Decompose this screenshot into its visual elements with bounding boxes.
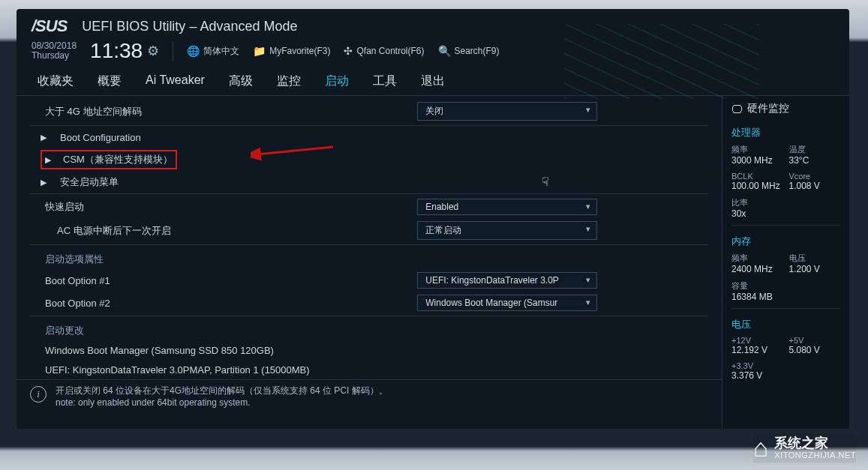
brand-logo: /SUS xyxy=(32,16,67,36)
mem-freq-value: 2400 MHz xyxy=(731,264,783,274)
setting-boot-option-1[interactable]: Boot Option #1 UEFI: KingstonDataTravele… xyxy=(17,269,722,292)
tab-monitor[interactable]: 监控 xyxy=(277,73,301,89)
cpu-freq-label: 频率 xyxy=(731,144,783,155)
info-line-2: note: only enabled under 64bit operating… xyxy=(56,397,388,408)
globe-icon: 🌐 xyxy=(187,45,200,57)
hw-section-memory: 内存 xyxy=(731,235,840,250)
section-boot-change: 启动更改 xyxy=(17,318,722,340)
nav-boot-configuration[interactable]: ▶ Boot Configuration xyxy=(17,127,722,147)
separator xyxy=(173,41,173,61)
nav-csm[interactable]: ▶ CSM（兼容性支持模块） xyxy=(17,147,722,172)
v5-label: +5V xyxy=(789,336,841,345)
divider xyxy=(30,193,708,194)
folder-icon: 📁 xyxy=(253,45,266,57)
v33-label: +3.3V xyxy=(731,361,840,370)
divider xyxy=(30,125,708,126)
mem-volt-label: 电压 xyxy=(789,253,841,264)
date-block: 08/30/2018 Thursday xyxy=(32,41,77,61)
tab-main[interactable]: 概要 xyxy=(98,73,122,89)
cpu-temp-label: 温度 xyxy=(789,144,841,155)
info-line-1: 开启或关闭 64 位设备在大于4G地址空间的解码（仅当系统支持 64 位 PCI… xyxy=(56,385,388,397)
language-label: 简体中文 xyxy=(203,45,239,58)
main-area: 大于 4G 地址空间解码 关闭 ▶ Boot Configuration ▶ C… xyxy=(17,96,849,429)
language-button[interactable]: 🌐 简体中文 xyxy=(187,45,239,58)
cpu-temp-value: 33°C xyxy=(789,155,841,166)
header-day: Thursday xyxy=(32,51,77,61)
hw-monitor-title: 🖵 硬件监控 xyxy=(731,102,840,115)
setting-fastboot[interactable]: 快速启动 Enabled xyxy=(17,196,722,218)
vcore-value: 1.008 V xyxy=(789,181,841,191)
section-boot-option-properties: 启动选项属性 xyxy=(17,247,722,269)
csm-highlight: ▶ CSM（兼容性支持模块） xyxy=(41,150,177,169)
tab-exit[interactable]: 退出 xyxy=(421,73,445,89)
search-button[interactable]: 🔍 Search(F9) xyxy=(438,45,500,57)
mem-freq-label: 频率 xyxy=(731,253,783,264)
tab-advanced[interactable]: 高级 xyxy=(229,73,253,89)
bios-window: /SUS UEFI BIOS Utility – Advanced Mode 0… xyxy=(17,9,849,429)
v12-label: +12V xyxy=(731,336,783,345)
v5-value: 5.080 V xyxy=(789,345,841,355)
watermark-cn: 系统之家 xyxy=(774,436,856,451)
settings-pane: 大于 4G 地址空间解码 关闭 ▶ Boot Configuration ▶ C… xyxy=(17,96,722,429)
fan-icon: ✣ xyxy=(344,45,353,57)
hw-divider xyxy=(731,308,840,309)
chevron-right-icon: ▶ xyxy=(41,178,47,187)
bclk-value: 100.00 MHz xyxy=(731,181,783,191)
bc2-label: UEFI: KingstonDataTraveler 3.0PMAP, Part… xyxy=(30,364,708,376)
tab-favorites[interactable]: 收藏夹 xyxy=(38,73,74,89)
cpu-freq-value: 3000 MHz xyxy=(731,155,783,166)
bclk-label: BCLK xyxy=(731,172,783,181)
tab-tool[interactable]: 工具 xyxy=(373,73,397,89)
qfan-button[interactable]: ✣ Qfan Control(F6) xyxy=(344,45,424,57)
boot1-label: Boot Option #1 xyxy=(30,275,410,286)
nav-secure-boot[interactable]: ▶ 安全启动菜单 xyxy=(17,172,722,192)
fastboot-dropdown[interactable]: Enabled xyxy=(417,199,597,215)
watermark: ⌂ 系统之家 XITONGZHIJIA.NET xyxy=(753,433,856,463)
vcore-label: Vcore xyxy=(789,172,841,181)
mem-cap-label: 容量 xyxy=(731,280,840,292)
utility-title: UEFI BIOS Utility – Advanced Mode xyxy=(82,19,297,34)
bc1-label: Windows Boot Manager (Samsung SSD 850 12… xyxy=(30,345,708,356)
tab-boot[interactable]: 启动 xyxy=(325,73,349,89)
chevron-right-icon: ▶ xyxy=(41,133,47,142)
clock: 11:38 ⚙ xyxy=(90,39,159,63)
header: /SUS UEFI BIOS Utility – Advanced Mode 0… xyxy=(17,9,849,67)
search-label: Search(F9) xyxy=(455,46,500,56)
hw-divider xyxy=(731,225,840,226)
secure-label: 安全启动菜单 xyxy=(60,175,119,189)
tab-aitweaker[interactable]: Ai Tweaker xyxy=(146,73,205,89)
chevron-right-icon: ▶ xyxy=(45,155,51,165)
boot-change-entry-1[interactable]: Windows Boot Manager (Samsung SSD 850 12… xyxy=(17,340,722,360)
gear-icon[interactable]: ⚙ xyxy=(147,43,159,59)
above4g-dropdown[interactable]: 关闭 xyxy=(417,102,597,121)
above4g-label: 大于 4G 地址空间解码 xyxy=(30,105,410,118)
setting-above4g[interactable]: 大于 4G 地址空间解码 关闭 xyxy=(17,99,722,124)
myfavorite-label: MyFavorite(F3) xyxy=(269,46,330,56)
boot2-label: Boot Option #2 xyxy=(30,298,410,309)
boot-change-entry-2[interactable]: UEFI: KingstonDataTraveler 3.0PMAP, Part… xyxy=(17,360,722,379)
hw-title-label: 硬件监控 xyxy=(747,102,789,115)
myfavorite-button[interactable]: 📁 MyFavorite(F3) xyxy=(253,45,330,57)
v33-value: 3.376 V xyxy=(731,370,840,381)
ratio-value: 30x xyxy=(731,208,840,219)
boot2-dropdown[interactable]: Windows Boot Manager (Samsur xyxy=(417,295,597,311)
divider xyxy=(30,244,708,245)
csm-label: CSM（兼容性支持模块） xyxy=(63,153,173,166)
acrecover-label: AC 电源中断后下一次开启 xyxy=(30,224,410,238)
acrecover-dropdown[interactable]: 正常启动 xyxy=(417,221,597,240)
watermark-url: XITONGZHIJIA.NET xyxy=(774,451,856,460)
mem-cap-value: 16384 MB xyxy=(731,292,840,302)
setting-boot-option-2[interactable]: Boot Option #2 Windows Boot Manager (Sam… xyxy=(17,292,722,314)
clock-time: 11:38 xyxy=(90,39,143,63)
hw-section-cpu: 处理器 xyxy=(731,126,840,141)
info-footer: i 开启或关闭 64 位设备在大于4G地址空间的解码（仅当系统支持 64 位 P… xyxy=(17,379,722,414)
ratio-label: 比率 xyxy=(731,197,840,208)
search-icon: 🔍 xyxy=(438,45,451,57)
boot1-dropdown[interactable]: UEFI: KingstonDataTraveler 3.0P xyxy=(417,272,597,289)
mem-volt-value: 1.200 V xyxy=(789,264,841,274)
setting-ac-recovery[interactable]: AC 电源中断后下一次开启 正常启动 xyxy=(17,218,722,243)
monitor-icon: 🖵 xyxy=(731,103,743,115)
house-icon: ⌂ xyxy=(753,433,769,463)
info-icon: i xyxy=(30,386,47,403)
fastboot-label: 快速启动 xyxy=(30,200,410,214)
